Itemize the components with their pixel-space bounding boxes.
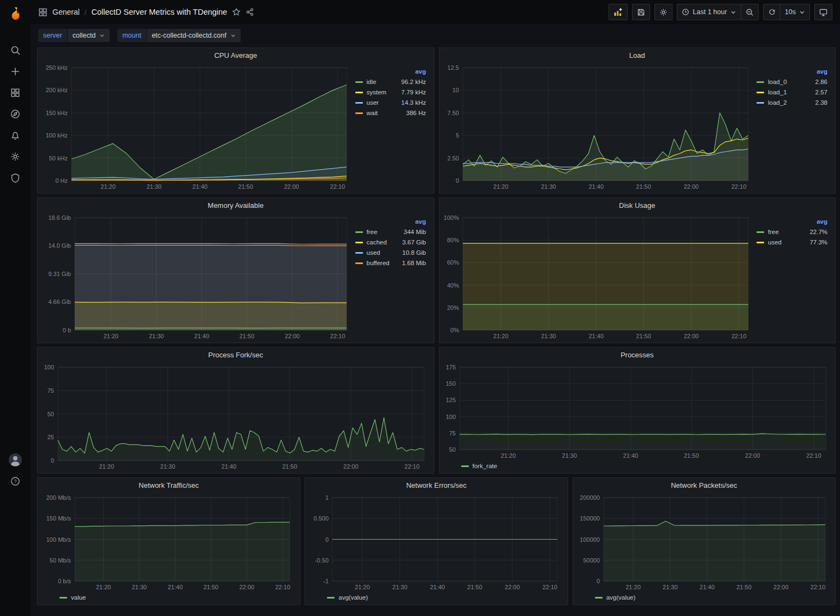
panel-title[interactable]: Network Errors/sec	[305, 478, 567, 493]
variable-value-dropdown[interactable]: collectd	[68, 29, 110, 42]
legend-item[interactable]: cached3.67 Gib	[355, 239, 426, 246]
legend: fork_rate	[443, 460, 832, 471]
memory-available-chart[interactable]: 21:2021:3021:4021:5022:0022:100 b4.66 Gi…	[41, 213, 353, 341]
variable-value-dropdown[interactable]: etc-collectd-collectd.conf	[147, 29, 241, 42]
svg-text:1: 1	[325, 494, 329, 501]
legend-item[interactable]: used77.3%	[756, 239, 827, 246]
sidebar-item-dashboards[interactable]	[4, 82, 26, 103]
legend-series-name[interactable]: free	[367, 229, 378, 235]
legend-series-name[interactable]: avg(value)	[606, 594, 636, 601]
refresh-interval-dropdown[interactable]: 10s	[781, 4, 810, 20]
legend-item[interactable]: avg(value)	[327, 594, 368, 601]
network-traffic-chart[interactable]: 21:2021:3021:4021:5022:0022:100 b/s50 Mb…	[41, 493, 296, 592]
sidebar-item-profile[interactable]	[4, 449, 26, 470]
panel-title[interactable]: Network Traffic/sec	[38, 478, 300, 493]
series-color-icon	[355, 81, 363, 83]
breadcrumb-folder[interactable]: General	[52, 8, 80, 16]
legend-series-name[interactable]: system	[367, 89, 386, 95]
cpu-average-chart[interactable]: 21:2021:3021:4021:5022:0022:100 Hz50 kHz…	[41, 63, 353, 192]
grafana-logo[interactable]	[4, 3, 26, 25]
svg-text:200000: 200000	[580, 494, 600, 501]
svg-text:5: 5	[455, 132, 458, 139]
svg-text:18.6 Gib: 18.6 Gib	[48, 214, 71, 221]
refresh-icon	[768, 8, 776, 16]
legend-item[interactable]: free22.7%	[756, 229, 827, 235]
load-chart[interactable]: 21:2021:3021:4021:5022:0022:1002.5057.50…	[443, 63, 755, 192]
svg-text:0: 0	[51, 457, 54, 464]
legend-item[interactable]: avg(value)	[595, 594, 636, 601]
legend-series-name[interactable]: load_1	[768, 89, 787, 95]
grafana-app: ? General / CollectD Server Metrics with…	[0, 0, 840, 616]
legend-series-name[interactable]: used	[367, 249, 380, 256]
svg-text:21:40: 21:40	[588, 333, 604, 339]
legend-series-name[interactable]: used	[768, 239, 782, 246]
share-dashboard-button[interactable]	[246, 8, 254, 16]
legend-item[interactable]: wait386 Hz	[355, 110, 426, 116]
panel-title[interactable]: Process Fork/sec	[38, 348, 434, 362]
panel-title[interactable]: Processes	[439, 348, 836, 362]
svg-text:21:30: 21:30	[149, 333, 164, 339]
svg-text:21:20: 21:20	[99, 463, 114, 470]
network-packets-chart[interactable]: 21:2021:3021:4021:5022:0022:100500001000…	[576, 493, 832, 592]
svg-text:250 kHz: 250 kHz	[46, 64, 68, 71]
legend-item[interactable]: load_02.86	[756, 79, 827, 85]
legend-item[interactable]: load_12.57	[756, 89, 827, 95]
add-panel-button[interactable]	[609, 4, 628, 20]
legend-series-name[interactable]: free	[768, 229, 779, 235]
svg-text:21:40: 21:40	[168, 584, 183, 590]
search-icon	[10, 45, 20, 55]
svg-text:21:30: 21:30	[663, 584, 678, 590]
legend-item[interactable]: free344 Mib	[355, 229, 426, 235]
panel-title[interactable]: Network Packets/sec	[573, 478, 835, 493]
processes-chart[interactable]: 21:2021:3021:4021:5022:0022:105075100125…	[443, 362, 832, 460]
svg-text:21:40: 21:40	[699, 584, 714, 590]
legend-series-name[interactable]: buffered	[367, 260, 390, 266]
legend-series-name[interactable]: idle	[367, 79, 377, 85]
sidebar-item-server-admin[interactable]	[4, 167, 26, 188]
page-title[interactable]: CollectD Server Metrics with TDengine	[91, 8, 227, 16]
cycle-view-mode-button[interactable]	[814, 4, 832, 20]
svg-text:22:10: 22:10	[806, 452, 821, 459]
legend-series-name[interactable]: cached	[367, 239, 387, 246]
sidebar-item-explore[interactable]	[4, 103, 26, 124]
svg-text:125: 125	[445, 397, 455, 403]
refresh-button[interactable]	[763, 4, 781, 20]
svg-text:22:10: 22:10	[810, 584, 825, 590]
save-dashboard-button[interactable]	[632, 4, 650, 20]
sidebar-item-configuration[interactable]	[4, 146, 26, 167]
sidebar-item-help[interactable]: ?	[4, 470, 26, 492]
star-dashboard-button[interactable]	[232, 8, 241, 16]
legend-item[interactable]: buffered1.68 Mib	[355, 260, 426, 266]
time-picker-button[interactable]: Last 1 hour	[677, 4, 741, 20]
network-errors-chart[interactable]: 21:2021:3021:4021:5022:0022:10-1-0.5000.…	[308, 493, 564, 592]
disk-usage-chart[interactable]: 21:2021:3021:4021:5022:0022:100%20%40%60…	[443, 213, 755, 341]
panel-title[interactable]: CPU Average	[38, 48, 434, 63]
legend-item[interactable]: load_22.38	[756, 99, 827, 106]
svg-text:21:50: 21:50	[736, 584, 752, 590]
sidebar-item-alerting[interactable]	[4, 124, 26, 146]
legend-item[interactable]: user14.3 kHz	[355, 99, 426, 106]
legend-item[interactable]: used10.8 Gib	[355, 249, 426, 256]
legend-series-name[interactable]: value	[71, 594, 86, 601]
legend-series-name[interactable]: load_2	[768, 99, 787, 106]
svg-text:21:40: 21:40	[623, 452, 638, 459]
sidebar-item-search[interactable]	[4, 39, 26, 61]
legend-item[interactable]: system7.79 kHz	[355, 89, 426, 95]
legend-series-name[interactable]: user	[367, 99, 379, 106]
legend-item[interactable]: idle96.2 kHz	[355, 79, 426, 85]
zoom-out-button[interactable]	[741, 4, 759, 20]
legend-series-name[interactable]: wait	[367, 110, 378, 116]
panel-title[interactable]: Load	[439, 48, 836, 63]
legend-series-name[interactable]: load_0	[768, 79, 787, 85]
legend-series-name[interactable]: avg(value)	[338, 594, 368, 601]
panel-title[interactable]: Memory Available	[38, 198, 434, 213]
legend-series-name[interactable]: fork_rate	[473, 463, 497, 469]
dashboard-folder-icon	[38, 8, 47, 17]
sidebar-item-create[interactable]	[4, 61, 26, 82]
panel-title[interactable]: Disk Usage	[439, 198, 836, 213]
legend-item[interactable]: fork_rate	[461, 463, 497, 469]
process-fork-chart[interactable]: 21:2021:3021:4021:5022:0022:100255075100	[41, 362, 431, 471]
legend-item[interactable]: value	[59, 594, 86, 601]
variables-row: server collectd mount etc-collectd-colle…	[31, 24, 840, 44]
dashboard-settings-button[interactable]	[654, 4, 672, 20]
